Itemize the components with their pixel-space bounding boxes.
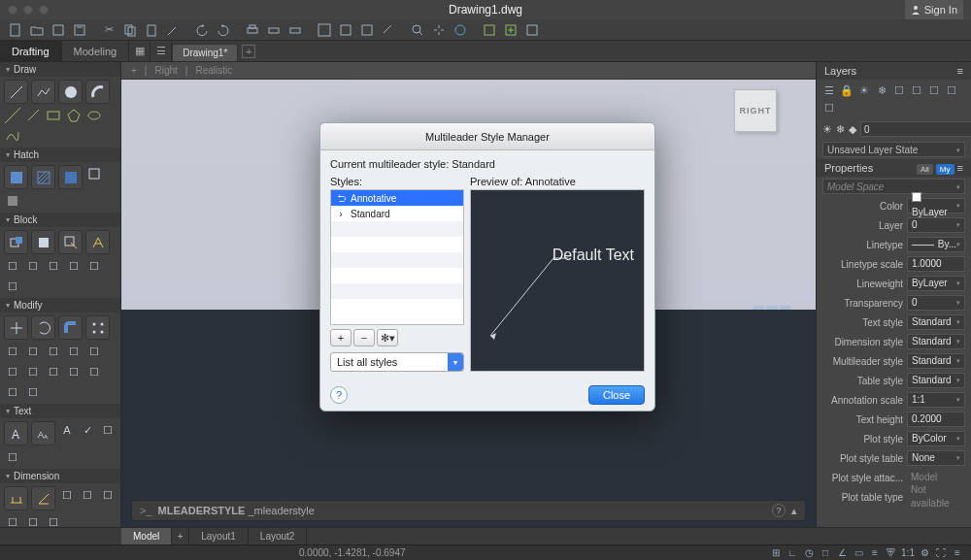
delete-style-button[interactable]: − xyxy=(353,329,375,346)
dim-continue-icon[interactable]: ☐ xyxy=(99,486,117,504)
trim-icon[interactable]: ☐ xyxy=(85,343,103,360)
min-dot-icon[interactable] xyxy=(23,5,33,15)
group-modify-header[interactable]: Modify xyxy=(0,298,120,313)
cut-icon[interactable]: ✂ xyxy=(101,22,117,38)
text-icon[interactable]: AA xyxy=(31,421,55,445)
file-tab-drawing1[interactable]: Drawing1* xyxy=(172,44,238,61)
add-style-button[interactable]: + xyxy=(330,329,352,346)
new-file-icon[interactable] xyxy=(8,22,23,38)
region-icon[interactable] xyxy=(85,165,103,182)
sign-in-button[interactable]: Sign In xyxy=(905,0,963,19)
print-icon[interactable] xyxy=(245,22,260,38)
paste-icon[interactable] xyxy=(144,22,159,38)
dim-linear-icon[interactable] xyxy=(4,486,28,511)
boundary-icon[interactable] xyxy=(58,165,83,189)
dim-baseline-icon[interactable]: ☐ xyxy=(4,513,21,527)
prop-textheight-value[interactable]: 0.2000 xyxy=(907,412,965,427)
break-icon[interactable]: ☐ xyxy=(45,363,62,380)
edit-block-icon[interactable] xyxy=(58,230,83,254)
rect-icon[interactable] xyxy=(45,107,62,124)
layer-lock-icon[interactable]: 🔒 xyxy=(840,83,854,97)
prop-linetype-value[interactable]: By... xyxy=(907,237,965,252)
field-icon[interactable]: ☐ xyxy=(4,448,21,466)
layout-new-icon[interactable] xyxy=(503,22,519,38)
spline-icon[interactable] xyxy=(4,127,21,145)
save-as-icon[interactable] xyxy=(72,22,87,38)
ellipse-icon[interactable] xyxy=(85,107,103,124)
dim-angular-icon[interactable] xyxy=(31,486,55,511)
prop-pstyle-value[interactable]: ByColor xyxy=(907,431,965,446)
style-options-button[interactable]: ✻▾ xyxy=(377,329,398,346)
view-controls[interactable]: + | Right | Realistic xyxy=(121,62,816,80)
layer-walk-icon[interactable]: ☐ xyxy=(945,83,958,97)
ann-icon[interactable]: ⮗ xyxy=(886,547,897,559)
filter-all-pill[interactable]: All xyxy=(917,164,933,175)
tab-model[interactable]: Model xyxy=(121,528,172,544)
extend-icon[interactable]: ☐ xyxy=(4,363,21,380)
group-icon[interactable]: ☐ xyxy=(4,257,21,275)
group-dimension-header[interactable]: Dimension xyxy=(0,469,120,483)
fullscreen-icon[interactable]: ⛶ xyxy=(935,547,947,559)
wipeout-icon[interactable] xyxy=(4,192,21,210)
explode-icon[interactable]: ☐ xyxy=(85,363,103,380)
mtext-icon[interactable]: A xyxy=(4,421,28,445)
move-icon[interactable] xyxy=(4,315,28,340)
group-text-header[interactable]: Text xyxy=(0,404,120,418)
new-tab-icon[interactable]: + xyxy=(242,45,255,58)
prop-pst-value[interactable]: None xyxy=(907,450,965,466)
styles-listbox[interactable]: ⮌ Annotative › Standard xyxy=(330,189,464,325)
grid-snap-icon[interactable]: ⊞ xyxy=(770,547,782,559)
layer-off-icon[interactable]: ☀ xyxy=(857,83,871,97)
ws-switch-icon[interactable]: ⚙ xyxy=(919,547,930,559)
style-filter-select[interactable]: List all styles xyxy=(330,352,464,372)
properties-panel-header[interactable]: Properties All My ≡ xyxy=(817,159,971,177)
style-item-annotative[interactable]: ⮌ Annotative xyxy=(331,190,463,206)
polyline-icon[interactable] xyxy=(31,80,55,104)
prop-mstyle-value[interactable]: Standard xyxy=(907,353,965,369)
redo-icon[interactable] xyxy=(216,22,231,38)
scale-icon[interactable]: ☐ xyxy=(45,343,62,360)
print-preview-icon[interactable] xyxy=(266,22,282,38)
dim-style-icon[interactable]: ☐ xyxy=(45,513,62,527)
array-icon[interactable] xyxy=(85,315,110,340)
text-style-icon[interactable]: A xyxy=(58,421,76,439)
prop-annscale-value[interactable]: 1:1 xyxy=(907,392,965,408)
layer-match-icon[interactable]: ☐ xyxy=(822,101,836,115)
properties-icon[interactable] xyxy=(338,22,353,38)
polygon-icon[interactable] xyxy=(65,107,83,124)
ungroup-icon[interactable]: ☐ xyxy=(24,257,42,275)
undo-icon[interactable] xyxy=(194,22,210,38)
insert-block-icon[interactable] xyxy=(4,230,28,254)
fillet-icon[interactable] xyxy=(58,315,83,340)
group-block-header[interactable]: Block xyxy=(0,213,120,227)
layer-state-select[interactable]: Unsaved Layer State xyxy=(822,142,965,157)
layer-prev-icon[interactable]: ☐ xyxy=(927,83,941,97)
units-icon[interactable] xyxy=(359,22,375,38)
find-icon[interactable]: ☐ xyxy=(99,421,117,439)
xline-icon[interactable] xyxy=(4,107,21,124)
command-line[interactable]: >_ MLEADERSTYLE _mleaderstyle ? ▴ xyxy=(131,500,806,521)
view-direction-label[interactable]: Right xyxy=(151,65,181,76)
layer-lock2-icon[interactable]: ◆ xyxy=(849,123,856,136)
arc-icon[interactable] xyxy=(85,80,110,104)
filter-my-pill[interactable]: My xyxy=(936,164,954,175)
viewcube[interactable]: RIGHT xyxy=(734,89,777,132)
stretch-icon[interactable]: ☐ xyxy=(65,343,83,360)
group-draw-header[interactable]: Draw xyxy=(0,62,120,77)
close-dot-icon[interactable] xyxy=(8,5,17,15)
layer-sun-icon[interactable]: ❄ xyxy=(836,123,845,136)
hatch-icon[interactable] xyxy=(4,165,28,189)
base-icon[interactable]: ☐ xyxy=(65,257,83,275)
dim-aligned-icon[interactable]: ☐ xyxy=(58,486,76,504)
tab-add-layout-icon[interactable]: + xyxy=(172,528,189,544)
dim-ordinate-icon[interactable]: ☐ xyxy=(24,513,42,527)
list-view-icon[interactable]: ☰ xyxy=(151,41,172,61)
erase-icon[interactable]: ☐ xyxy=(4,383,21,401)
offset-icon[interactable]: ☐ xyxy=(24,363,42,380)
tab-drafting[interactable]: Drafting xyxy=(0,41,62,61)
dim-radius-icon[interactable]: ☐ xyxy=(79,486,96,504)
circle-icon[interactable] xyxy=(58,80,83,104)
layer-freeze-icon[interactable]: ❄ xyxy=(875,83,888,97)
status-menu-icon[interactable]: ≡ xyxy=(952,547,963,559)
prop-dstyle-value[interactable]: Standard xyxy=(907,334,965,349)
